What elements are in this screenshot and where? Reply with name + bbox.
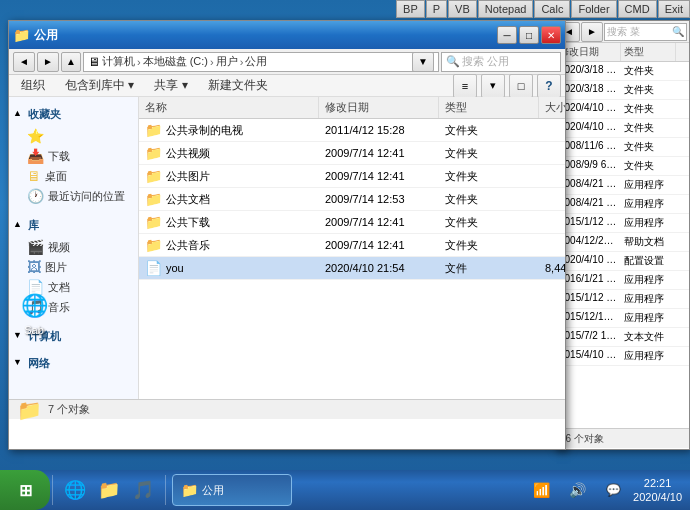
path-part-2[interactable]: 用户 xyxy=(216,54,238,69)
table-row[interactable]: 📁 公共音乐 2009/7/14 12:41 文件夹 xyxy=(139,234,565,257)
right-search-bar[interactable]: 搜索 菜 🔍 xyxy=(604,23,687,41)
taskbar-icon-media[interactable]: 🎵 xyxy=(127,474,159,506)
table-row[interactable]: 2020/4/10 21:58 文件夹 xyxy=(556,100,689,119)
favorites-header[interactable]: ▲ 收藏夹 xyxy=(13,101,134,124)
table-row[interactable]: 2008/4/21 10:26 应用程序 xyxy=(556,176,689,195)
panel-item-recent[interactable]: 🕐 最近访问的位置 xyxy=(23,186,134,206)
path-part-1[interactable]: 本地磁盘 (C:) xyxy=(143,54,208,69)
address-icon: 🖥 xyxy=(88,55,100,69)
taskbar-icon-folder[interactable]: 📁 xyxy=(93,474,125,506)
table-row[interactable]: 2020/4/10 22:15 配置设置 xyxy=(556,252,689,271)
right-search-icon: 🔍 xyxy=(672,26,684,37)
minimize-button[interactable]: ─ xyxy=(497,26,517,44)
maximize-button[interactable]: □ xyxy=(519,26,539,44)
table-row[interactable]: 2015/1/12 10:00 应用程序 xyxy=(556,214,689,233)
col-header-size[interactable]: 大小 xyxy=(539,97,565,118)
tray-icon-volume[interactable]: 🔊 xyxy=(561,474,593,506)
path-part-0[interactable]: 计算机 xyxy=(102,54,135,69)
col-header-type[interactable]: 类型 xyxy=(439,97,539,118)
start-button[interactable]: ⊞ xyxy=(0,470,50,510)
downloads-folder-icon: 📥 xyxy=(27,148,44,164)
taskbar-quick-launch: 🌐 📁 🎵 xyxy=(55,474,163,506)
table-row[interactable]: 2008/4/21 9:59 应用程序 xyxy=(556,195,689,214)
address-bar[interactable]: 🖥 计算机 › 本地磁盘 (C:) › 用户 › 公用 ▼ xyxy=(83,52,439,72)
table-row[interactable]: 2016/1/21 16:13 应用程序 xyxy=(556,271,689,290)
table-row[interactable]: 📁 公共图片 2009/7/14 12:41 文件夹 xyxy=(139,165,565,188)
table-row[interactable]: 2015/7/2 19:57 文本文件 xyxy=(556,328,689,347)
tray-icon-network[interactable]: 📶 xyxy=(525,474,557,506)
panel-item-downloads[interactable]: 📥 下载 xyxy=(23,146,134,166)
table-row[interactable]: 2015/12/14 17:28 应用程序 xyxy=(556,309,689,328)
desktop-icon-sab[interactable]: 🌐 Sab xyxy=(4,290,64,337)
help-btn[interactable]: ? xyxy=(537,74,561,98)
tray-icon-msg[interactable]: 💬 xyxy=(597,474,629,506)
right-explorer-window: ◄ ► 搜索 菜 🔍 修改日期 类型 2020/3/18 15:45 文件夹 2… xyxy=(555,20,690,450)
video-library-icon: 🎬 xyxy=(27,239,44,255)
table-row[interactable]: 2008/11/6 15:16 文件夹 xyxy=(556,138,689,157)
star-icon: ⭐ xyxy=(27,128,44,144)
table-row[interactable]: 2020/3/18 15:45 文件夹 xyxy=(556,62,689,81)
file-cell-date: 2011/4/12 15:28 xyxy=(319,119,439,141)
menu-new-folder[interactable]: 新建文件夹 xyxy=(200,75,276,96)
right-col-type[interactable]: 类型 xyxy=(621,43,676,61)
taskbar-app-explorer[interactable]: 📁 公用 xyxy=(172,474,292,506)
clock[interactable]: 22:21 2020/4/10 xyxy=(633,476,682,505)
file-cell-name: 📁 公共图片 xyxy=(139,165,319,187)
path-part-3[interactable]: 公用 xyxy=(245,54,267,69)
view-pane-btn[interactable]: □ xyxy=(509,74,533,98)
table-row[interactable]: 2004/12/24 19:55 帮助文档 xyxy=(556,233,689,252)
notepad-button[interactable]: Notepad xyxy=(478,0,534,18)
close-button[interactable]: ✕ xyxy=(541,26,561,44)
file-name: 公共下载 xyxy=(166,215,210,230)
right-file-type: 应用程序 xyxy=(621,176,676,194)
window-title: 公用 xyxy=(34,27,493,44)
table-row[interactable]: 2008/9/9 6:02 文件夹 xyxy=(556,157,689,176)
col-header-name[interactable]: 名称 xyxy=(139,97,319,118)
nav-bar: ◄ ► ▲ 🖥 计算机 › 本地磁盘 (C:) › 用户 › 公用 ▼ 🔍 搜索… xyxy=(9,49,565,75)
menu-organize[interactable]: 组织 xyxy=(13,75,53,96)
right-forward-btn[interactable]: ► xyxy=(581,22,603,42)
col-header-date[interactable]: 修改日期 xyxy=(319,97,439,118)
table-row[interactable]: 2020/3/18 15:45 文件夹 xyxy=(556,81,689,100)
libraries-header[interactable]: ▲ 库 xyxy=(13,212,134,235)
table-row[interactable]: 📁 公共录制的电视 2011/4/12 15:28 文件夹 xyxy=(139,119,565,142)
table-row[interactable]: 📁 公共下载 2009/7/14 12:41 文件夹 xyxy=(139,211,565,234)
file-cell-date: 2009/7/14 12:41 xyxy=(319,142,439,164)
panel-item-video[interactable]: 🎬 视频 xyxy=(23,237,134,257)
menu-include-library[interactable]: 包含到库中 ▾ xyxy=(57,75,142,96)
view-dropdown-btn[interactable]: ▾ xyxy=(481,74,505,98)
view-detail-btn[interactable]: ≡ xyxy=(453,74,477,98)
status-folder-icon: 📁 xyxy=(17,398,42,422)
search-bar[interactable]: 🔍 搜索 公用 xyxy=(441,52,561,72)
calc-button[interactable]: Calc xyxy=(534,0,570,18)
dropdown-btn[interactable]: ▼ xyxy=(412,52,434,72)
menu-share[interactable]: 共享 ▾ xyxy=(146,75,195,96)
table-row[interactable]: 2020/4/10 21:15 文件夹 xyxy=(556,119,689,138)
cmd-button[interactable]: CMD xyxy=(618,0,657,18)
panel-item-desktop[interactable]: 🖥 桌面 xyxy=(23,166,134,186)
file-cell-name: 📁 公共音乐 xyxy=(139,234,319,256)
up-button[interactable]: ▲ xyxy=(61,52,81,72)
panel-item-pictures[interactable]: 🖼 图片 xyxy=(23,257,134,277)
network-header[interactable]: ▼ 网络 xyxy=(13,350,134,373)
back-button[interactable]: ◄ xyxy=(13,52,35,72)
bp-button[interactable]: BP xyxy=(396,0,425,18)
table-row[interactable]: 2015/4/10 18:14 应用程序 xyxy=(556,347,689,366)
right-file-type: 帮助文档 xyxy=(621,233,676,251)
exit-button[interactable]: Exit xyxy=(658,0,690,18)
p-button[interactable]: P xyxy=(426,0,447,18)
taskbar-icon-ie[interactable]: 🌐 xyxy=(59,474,91,506)
folder-button[interactable]: Folder xyxy=(571,0,616,18)
table-row[interactable]: 📁 公共文档 2009/7/14 12:53 文件夹 xyxy=(139,188,565,211)
file-cell-type: 文件夹 xyxy=(439,234,539,256)
table-row[interactable]: 📁 公共视频 2009/7/14 12:41 文件夹 xyxy=(139,142,565,165)
top-toolbar: BP P VB Notepad Calc Folder CMD Exit xyxy=(396,0,690,18)
menu-bar: 组织 包含到库中 ▾ 共享 ▾ 新建文件夹 ≡ ▾ □ ? xyxy=(9,75,565,97)
forward-button[interactable]: ► xyxy=(37,52,59,72)
vb-button[interactable]: VB xyxy=(448,0,477,18)
table-row[interactable]: 2015/1/12 10:02 应用程序 xyxy=(556,290,689,309)
content-area: ▲ 收藏夹 ⭐ 📥 下载 🖥 桌面 🕐 最近访问的位置 xyxy=(9,97,565,399)
table-row[interactable]: 📄 you 2020/4/10 21:54 文件 8,444 KB xyxy=(139,257,565,280)
file-name: 公共视频 xyxy=(166,146,210,161)
file-cell-type: 文件夹 xyxy=(439,119,539,141)
